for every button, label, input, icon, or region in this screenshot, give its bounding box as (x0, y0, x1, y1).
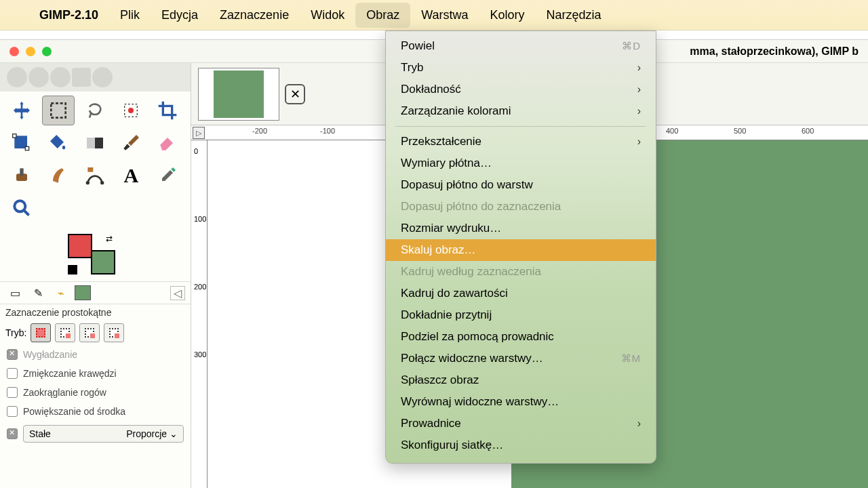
tool-rect-select[interactable] (42, 96, 75, 125)
close-tab-icon[interactable]: ✕ (285, 84, 305, 104)
expand-checkbox[interactable] (7, 406, 18, 417)
menu-narzedzia[interactable]: Narzędzia (536, 3, 612, 28)
menu-item-kadruj-zawartosci[interactable]: Kadruj do zawartości (386, 283, 656, 304)
svg-rect-0 (51, 103, 65, 117)
mode-replace-button[interactable] (31, 323, 51, 342)
menu-item-dokladnosc[interactable]: Dokładność› (386, 79, 656, 100)
menu-edycja[interactable]: Edycja (151, 3, 209, 28)
close-window-button[interactable] (9, 47, 19, 56)
svg-rect-12 (87, 167, 93, 172)
svg-rect-9 (20, 168, 23, 176)
tool-path[interactable] (79, 161, 111, 190)
menu-item-wymiary-plotna[interactable]: Wymiary płótna… (386, 152, 656, 174)
menu-zaznaczenie[interactable]: Zaznaczenie (209, 3, 300, 28)
menu-item-prowadnice[interactable]: Prowadnice› (386, 413, 656, 434)
tool-zoom[interactable] (5, 193, 38, 223)
mode-intersect-button[interactable] (104, 323, 124, 342)
foreground-color-swatch[interactable] (68, 234, 92, 258)
rounded-checkbox-row: Zaokrąglanie rogów (0, 383, 191, 402)
menu-item-dopasuj-plotno-zaznaczenia: Dopasuj płótno do zaznaczenia (386, 196, 656, 218)
tool-bucket-fill[interactable] (42, 128, 75, 158)
preset-icon[interactable]: ▭ (5, 285, 24, 301)
selection-mode-row: Tryb: (0, 321, 191, 345)
tool-fuzzy-select[interactable] (115, 96, 147, 125)
panel-collapse-icon[interactable]: ◁ (170, 286, 185, 300)
feather-label: Zmiękczanie krawędzi (23, 368, 117, 379)
tool-crop[interactable] (151, 96, 184, 125)
header-shape-icon (92, 67, 113, 87)
antialias-checkbox-row: Wygładzanie (0, 345, 191, 364)
feather-checkbox[interactable] (7, 368, 18, 379)
ruler-origin-icon[interactable]: ▷ (193, 127, 205, 139)
tool-text[interactable]: A (115, 161, 147, 190)
menu-item-rozmiar-wydruku[interactable]: Rozmiar wydruku… (386, 218, 656, 239)
menu-item-dokladnie-przytnij[interactable]: Dokładnie przytnij (386, 304, 656, 326)
menu-item-zarzadzanie-kolorami[interactable]: Zarządzanie kolorami› (386, 100, 656, 122)
menu-separator (395, 126, 646, 127)
ruler-tick: 100 (194, 215, 206, 223)
swap-colors-icon[interactable]: ⇄ (106, 234, 113, 243)
aspect-select[interactable]: Stałe Proporcje ⌄ (23, 425, 184, 443)
fixed-label: Stałe (29, 428, 51, 439)
mode-subtract-button[interactable] (79, 323, 100, 342)
pattern-icon[interactable]: ⌁ (52, 285, 71, 301)
background-color-swatch[interactable] (91, 250, 115, 274)
fixed-checkbox[interactable] (7, 428, 18, 439)
image-tab-thumbnail[interactable] (198, 68, 279, 121)
mode-label: Tryb: (5, 327, 26, 338)
default-colors-icon[interactable] (68, 265, 77, 274)
menu-item-tryb[interactable]: Tryb› (386, 57, 656, 79)
tool-eraser[interactable] (151, 128, 184, 158)
rounded-label: Zaokrąglanie rogów (23, 387, 106, 398)
feather-checkbox-row: Zmiękczanie krawędzi (0, 364, 191, 383)
chevron-down-icon: ⌄ (170, 428, 178, 439)
menu-item-powiel[interactable]: Powiel⌘D (386, 35, 656, 57)
header-shape-icon (72, 68, 91, 87)
tool-color-picker[interactable] (151, 161, 184, 190)
window-controls (9, 47, 52, 56)
tool-transform[interactable] (5, 128, 38, 158)
menu-obraz[interactable]: Obraz (355, 3, 410, 28)
tool-preset-row: ▭ ✎ ⌁ ◁ (0, 281, 191, 304)
app-name[interactable]: GIMP-2.10 (28, 3, 109, 28)
rounded-checkbox[interactable] (7, 387, 18, 398)
color-swatches[interactable]: ⇄ (68, 234, 115, 274)
mode-add-button[interactable] (55, 323, 75, 342)
toolbox-grid: A (0, 92, 191, 227)
ruler-tick: 300 (194, 350, 206, 359)
ruler-tick: 600 (802, 127, 814, 135)
brush-icon[interactable]: ✎ (28, 285, 47, 301)
tool-paintbrush[interactable] (115, 128, 147, 158)
tool-clone[interactable] (5, 161, 38, 190)
header-shape-icon (50, 67, 71, 87)
menu-item-skonfiguruj-siatke[interactable]: Skonfiguruj siatkę… (386, 434, 656, 456)
menu-item-dopasuj-plotno-warstw[interactable]: Dopasuj płótno do warstw (386, 174, 656, 196)
menu-kolory[interactable]: Kolory (479, 3, 536, 28)
menu-item-wyrownaj-warstwy[interactable]: Wyrównaj widoczne warstwy… (386, 391, 656, 413)
active-color-icon[interactable] (75, 285, 91, 300)
menu-item-polacz-warstwy[interactable]: Połącz widoczne warstwy…⌘M (386, 348, 656, 369)
menu-item-skaluj-obraz[interactable]: Skaluj obraz… (386, 239, 656, 261)
ruler-tick: 0 (194, 147, 198, 155)
maximize-window-button[interactable] (42, 47, 52, 56)
svg-rect-5 (25, 146, 28, 150)
menu-item-podziel-prowadnic[interactable]: Podziel za pomocą prowadnic (386, 326, 656, 348)
fixed-aspect-row: Stałe Proporcje ⌄ (0, 421, 191, 447)
vertical-ruler[interactable]: 0 100 200 300 (191, 140, 208, 488)
chevron-right-icon: › (637, 62, 641, 74)
tool-free-select[interactable] (79, 96, 111, 125)
menu-widok[interactable]: Widok (300, 3, 355, 28)
antialias-checkbox[interactable] (7, 349, 18, 360)
minimize-window-button[interactable] (26, 47, 35, 56)
menu-item-przeksztalcenie[interactable]: Przekształcenie› (386, 131, 656, 152)
tool-gradient[interactable] (79, 128, 111, 158)
aspect-label: Proporcje (126, 428, 167, 439)
menu-item-splaszcz-obraz[interactable]: Spłaszcz obraz (386, 369, 656, 391)
menu-plik[interactable]: Plik (109, 3, 151, 28)
svg-rect-4 (13, 134, 16, 138)
menu-warstwa[interactable]: Warstwa (410, 3, 479, 28)
tool-smudge[interactable] (42, 161, 75, 190)
ruler-tick: -100 (320, 127, 335, 135)
tool-move[interactable] (5, 96, 38, 125)
ruler-tick: 400 (666, 127, 678, 135)
